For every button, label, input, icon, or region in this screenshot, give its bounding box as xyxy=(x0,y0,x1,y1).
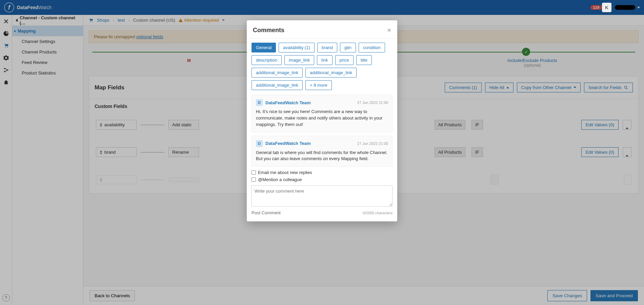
post-comment-button[interactable]: Post Comment xyxy=(251,210,281,215)
comment-text: General tab is where you will find comme… xyxy=(256,150,388,162)
chip-image-link[interactable]: image_link xyxy=(284,55,314,65)
comment-author[interactable]: DataFeedWatch Team xyxy=(265,141,311,146)
comment-item: D DataFeedWatch Team 27 Jun 2022 21:00 G… xyxy=(251,136,393,167)
char-count: 0/2000 characters xyxy=(363,211,393,215)
comment-text: Hi, It's nice to see you here! Comments … xyxy=(256,109,388,128)
chip-link[interactable]: link xyxy=(317,55,333,65)
chip-general[interactable]: General xyxy=(251,43,276,52)
comment-timestamp: 27 Jun 2022 21:00 xyxy=(357,141,388,146)
avatar[interactable]: K xyxy=(602,3,611,12)
chip-more[interactable]: + 8 more xyxy=(305,80,332,90)
chip-description[interactable]: description xyxy=(251,55,282,65)
comment-input[interactable] xyxy=(251,186,393,206)
chip-additional-image-link[interactable]: additional_image_link xyxy=(251,68,303,78)
comment-item: D DataFeedWatch Team 27 Jun 2022 21:00 H… xyxy=(251,95,393,132)
mention-colleague-checkbox[interactable]: @Mention a colleague xyxy=(251,177,393,182)
chip-additional-image-link[interactable]: additional_image_link xyxy=(251,80,303,90)
comment-timestamp: 27 Jun 2022 21:00 xyxy=(357,101,388,105)
chip-brand[interactable]: brand xyxy=(317,43,337,52)
chip-price[interactable]: price xyxy=(335,55,354,65)
chip-title[interactable]: title xyxy=(356,55,372,65)
modal-overlay[interactable]: Comments × General availability (1) bran… xyxy=(0,0,644,305)
chip-availability[interactable]: availability (1) xyxy=(279,43,314,52)
email-replies-checkbox[interactable]: Email me about new replies xyxy=(251,170,393,175)
chip-additional-image-link[interactable]: additional_image_link xyxy=(305,68,357,78)
close-icon[interactable]: × xyxy=(387,26,391,34)
chip-gtin[interactable]: gtin xyxy=(340,43,356,52)
comment-author[interactable]: DataFeedWatch Team xyxy=(265,100,311,105)
comment-tabs: General availability (1) brand gtin cond… xyxy=(251,43,393,90)
comment-avatar: D xyxy=(256,140,263,147)
comment-avatar: D xyxy=(256,99,263,106)
modal-title: Comments xyxy=(253,27,284,34)
chip-condition[interactable]: condition xyxy=(359,43,385,52)
comments-modal: Comments × General availability (1) bran… xyxy=(247,20,397,221)
